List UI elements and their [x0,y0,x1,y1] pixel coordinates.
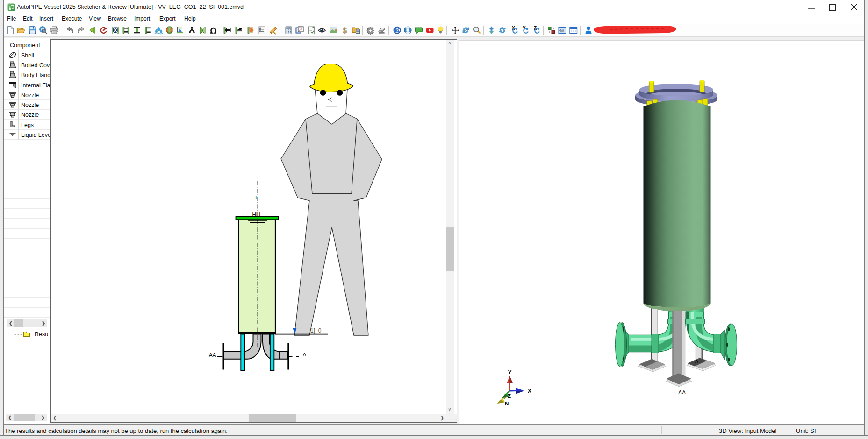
svg-text:A: A [695,359,699,364]
svg-text:AA: AA [209,352,216,358]
svg-text:HLL: HLL [252,212,262,217]
svg-text:Y: Y [508,369,512,375]
svg-text:Resu: Resu [35,331,48,338]
svg-text:$: $ [343,26,347,35]
svg-text:E: E [255,195,259,200]
svg-text:1]: 0: 1]: 0 [310,327,322,334]
svg-text:AA: AA [678,389,686,395]
svg-text:A: A [303,352,307,357]
svg-text:Z: Z [508,393,511,399]
svg-text:X: X [528,388,531,394]
svg-text:?: ? [395,28,399,33]
svg-text:N: N [505,401,509,406]
